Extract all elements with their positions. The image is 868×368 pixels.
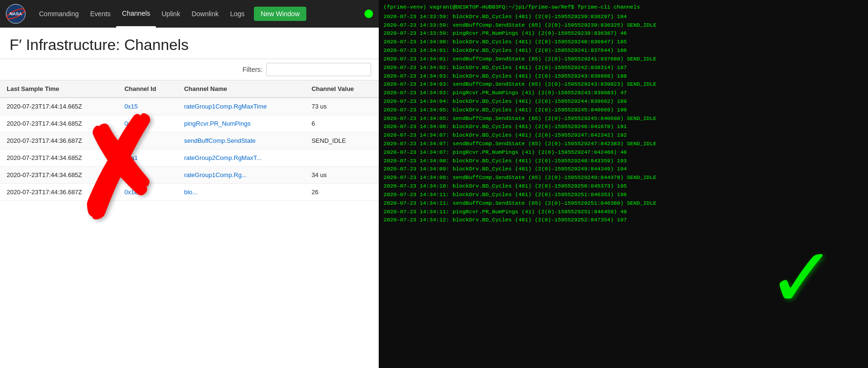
terminal-line: 2020-07-23 14:34:01: blockDrv.BD_Cycles …: [384, 46, 863, 55]
cell-name: rateGroup2Comp.RgMaxT...: [177, 149, 305, 167]
table-row[interactable]: 2020-07-23T17:44:36.687Z0x55sendBuffComp…: [0, 132, 379, 149]
table-row[interactable]: 2020-07-23T17:44:34.685Z0xf1rateGroup1Co…: [0, 167, 379, 184]
terminal-line: 2020-07-23 14:34:11: pingRcvr.PR_NumPing…: [384, 208, 863, 216]
terminal-line: 2020-07-23 14:34:06: blockDrv.BD_Cycles …: [384, 122, 863, 131]
table-container[interactable]: Last Sample Time Channel Id Channel Name…: [0, 80, 379, 201]
table-row[interactable]: 2020-07-23T17:44:34.685Z0xa1rateGroup2Co…: [0, 149, 379, 167]
col-header-time: Last Sample Time: [0, 80, 118, 98]
terminal-line: 2020-07-23 14:34:05: blockDrv.BD_Cycles …: [384, 106, 863, 114]
channels-table: Last Sample Time Channel Id Channel Name…: [0, 80, 379, 201]
terminal-line: 2020-07-23 14:34:07: sendBuffComp.SendSt…: [384, 139, 863, 148]
cell-time: 2020-07-23T17:44:34.685Z: [0, 115, 118, 132]
cell-time: 2020-07-23T17:44:14.665Z: [0, 98, 118, 115]
cell-value: SEND_IDLE: [305, 132, 379, 149]
terminal-line: 2020-07-23 14:34:07: pingRcvr.PR_NumPing…: [384, 148, 863, 157]
terminal-line: 2020-07-23 14:34:10: blockDrv.BD_Cycles …: [384, 182, 863, 190]
navbar: NASA Commanding Events Channels Uplink D…: [0, 0, 379, 28]
cell-time: 2020-07-23T17:44:36.687Z: [0, 132, 118, 149]
page-title: F′ Infrastructure: Channels: [10, 36, 369, 54]
terminal-header-line: (fprime-venv) vagrant@DESKTOP-HUBB3FQ:~/…: [384, 3, 863, 11]
cell-value: 6: [305, 115, 379, 132]
cell-value: 26: [305, 184, 379, 201]
table-row[interactable]: 2020-07-23T17:44:34.685Z0x29pingRcvr.PR_…: [0, 115, 379, 132]
cell-value: 73 us: [305, 98, 379, 115]
filters-label: Filters:: [242, 66, 262, 73]
terminal-line: 2020-07-23 14:34:03: pingRcvr.PR_NumPing…: [384, 89, 863, 97]
terminal-line: 2020-07-23 14:33:59: sendBuffComp.SendSt…: [384, 21, 863, 30]
col-header-value: Channel Value: [305, 80, 379, 98]
col-header-id: Channel Id: [118, 80, 177, 98]
nav-uplink[interactable]: Uplink: [156, 0, 186, 28]
page-title-area: F′ Infrastructure: Channels: [0, 28, 379, 59]
cell-name: blo...: [177, 184, 305, 201]
terminal-line: 2020-07-23 14:34:11: sendBuffComp.SendSt…: [384, 199, 863, 208]
cell-id: 0x15: [118, 98, 177, 115]
cell-id: 0xa1: [118, 149, 177, 167]
terminal-line: 2020-07-23 14:34:04: blockDrv.BD_Cycles …: [384, 97, 863, 106]
cell-value: [305, 149, 379, 167]
cell-time: 2020-07-23T17:44:34.685Z: [0, 149, 118, 167]
terminal-line: 2020-07-23 14:34:09: sendBuffComp.SendSt…: [384, 173, 863, 182]
terminal-lines: 2020-07-23 14:33:59: blockDrv.BD_Cycles …: [384, 12, 863, 224]
terminal-line: 2020-07-23 14:34:01: sendBuffComp.SendSt…: [384, 55, 863, 63]
cell-name: pingRcvr.PR_NumPings: [177, 115, 305, 132]
cell-name: rateGroup1Comp.RgMaxTime: [177, 98, 305, 115]
cell-name: sendBuffComp.SendState: [177, 132, 305, 149]
terminal-line: 2020-07-23 14:33:59: pingRcvr.PR_NumPing…: [384, 29, 863, 38]
table-overlay-container: Last Sample Time Channel Id Channel Name…: [0, 80, 379, 368]
new-window-button[interactable]: New Window: [254, 7, 306, 21]
col-header-name: Channel Name: [177, 80, 305, 98]
nav-links: Commanding Events Channels Uplink Downli…: [33, 0, 357, 28]
terminal-line: 2020-07-23 14:34:02: blockDrv.BD_Cycles …: [384, 63, 863, 72]
terminal-line: 2020-07-23 14:34:03: blockDrv.BD_Cycles …: [384, 72, 863, 80]
table-header-row: Last Sample Time Channel Id Channel Name…: [0, 80, 379, 98]
nav-commanding[interactable]: Commanding: [33, 0, 84, 28]
terminal-line: 2020-07-23 14:34:08: blockDrv.BD_Cycles …: [384, 157, 863, 165]
terminal-line: 2020-07-23 14:34:11: blockDrv.BD_Cycles …: [384, 190, 863, 199]
cell-id: 0xf1: [118, 167, 177, 184]
terminal-line: 2020-07-23 14:34:05: sendBuffComp.SendSt…: [384, 114, 863, 123]
cell-name: rateGroup1Comp.Rg...: [177, 167, 305, 184]
table-row[interactable]: 2020-07-23T17:44:36.687Z0x1e1blo...26: [0, 184, 379, 201]
cell-value: 34 us: [305, 167, 379, 184]
nav-downlink[interactable]: Downlink: [186, 0, 224, 28]
terminal-panel[interactable]: (fprime-venv) vagrant@DESKTOP-HUBB3FQ:~/…: [379, 0, 868, 368]
nav-events[interactable]: Events: [84, 0, 116, 28]
terminal-line: 2020-07-23 14:34:07: blockDrv.BD_Cycles …: [384, 131, 863, 139]
status-dot-icon: [364, 10, 373, 18]
cell-id: 0x1e1: [118, 184, 177, 201]
cell-time: 2020-07-23T17:44:36.687Z: [0, 184, 118, 201]
left-panel: NASA Commanding Events Channels Uplink D…: [0, 0, 379, 368]
terminal-line: 2020-07-23 14:33:59: blockDrv.BD_Cycles …: [384, 12, 863, 21]
cell-time: 2020-07-23T17:44:34.685Z: [0, 167, 118, 184]
nav-channels[interactable]: Channels: [116, 0, 156, 28]
filters-input[interactable]: [266, 63, 371, 76]
terminal-line: 2020-07-23 14:34:00: blockDrv.BD_Cycles …: [384, 38, 863, 46]
terminal-line: 2020-07-23 14:34:03: sendBuffComp.SendSt…: [384, 80, 863, 89]
nasa-logo-icon: NASA: [6, 4, 26, 24]
table-row[interactable]: 2020-07-23T17:44:14.665Z0x15rateGroup1Co…: [0, 98, 379, 115]
terminal-line: 2020-07-23 14:34:12: blockDrv.BD_Cycles …: [384, 216, 863, 224]
nav-logs[interactable]: Logs: [224, 0, 250, 28]
terminal-line: 2020-07-23 14:34:09: blockDrv.BD_Cycles …: [384, 165, 863, 173]
green-check-overlay: ✓: [773, 235, 830, 330]
cell-id: 0x29: [118, 115, 177, 132]
svg-text:NASA: NASA: [10, 11, 22, 16]
filters-bar: Filters:: [0, 59, 379, 80]
cell-id: 0x55: [118, 132, 177, 149]
